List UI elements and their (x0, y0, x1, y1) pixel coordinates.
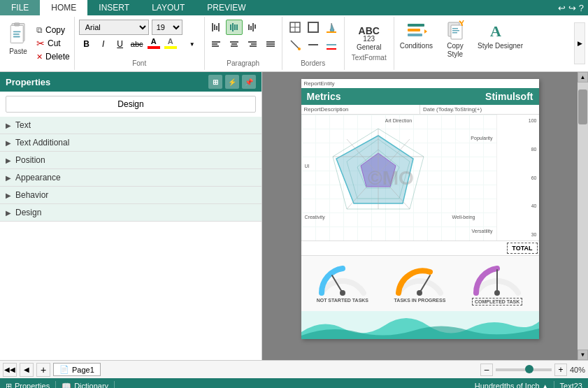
prop-section-behavior: ▶ Behavior (0, 187, 261, 204)
prop-section-appearance-header[interactable]: ▶ Appearance (0, 169, 261, 186)
tab-insert[interactable]: INSERT (87, 0, 141, 15)
vertical-scrollbar[interactable]: ▲ ▼ (578, 72, 588, 360)
properties-icon-grid[interactable]: ⊞ (208, 75, 222, 89)
font-row-1: Arial 19 (79, 20, 200, 35)
fill-color-button[interactable] (323, 20, 340, 35)
cut-button[interactable]: ✂ Cut (35, 37, 71, 50)
properties-tab-button[interactable]: ⊞ Properties (0, 382, 55, 389)
svg-rect-28 (266, 41, 275, 43)
zoom-thumb[interactable] (525, 365, 533, 373)
line-style-button[interactable] (305, 37, 322, 52)
svg-rect-4 (13, 31, 21, 32)
gauge-1-svg (315, 261, 371, 296)
prop-section-behavior-header[interactable]: ▶ Behavior (0, 187, 261, 203)
help-button[interactable]: ? (579, 3, 584, 13)
units-selector[interactable]: Hundredths of Inch ▲ (469, 382, 554, 388)
align-center-button[interactable] (226, 36, 243, 52)
total-row: TOTAL (301, 240, 539, 255)
page-tab-label: Page1 (72, 366, 94, 374)
undo-button[interactable]: ↩ (558, 3, 566, 13)
gauge-2-svg (392, 261, 447, 296)
line-color-button[interactable] (323, 37, 340, 52)
bold-button[interactable]: B (79, 36, 94, 52)
align-bar-1-button[interactable] (208, 20, 224, 35)
svg-rect-47 (452, 30, 459, 31)
svg-rect-5 (13, 34, 20, 35)
scroll-up-button[interactable]: ▲ (578, 72, 588, 82)
prop-section-design-header[interactable]: ▶ Design (0, 204, 261, 221)
scroll-down-button[interactable]: ▼ (578, 350, 588, 360)
properties-pin-icon[interactable]: 📌 (242, 75, 256, 89)
border-all-button[interactable] (287, 20, 303, 35)
font-color-button[interactable]: A (146, 36, 162, 52)
justify-button[interactable] (262, 36, 279, 52)
copy-button[interactable]: ⧉ Copy (35, 24, 71, 36)
ribbon-scroll-right-button[interactable]: ▶ (574, 22, 585, 64)
style-designer-button[interactable]: A Style Designer (472, 17, 529, 70)
bottom-left: ◀◀ ◀ + 📄 Page1 (3, 363, 101, 377)
total-row-content: TOTAL (301, 241, 539, 255)
tab-preview[interactable]: PREVIEW (196, 0, 257, 15)
underline-button[interactable]: U (113, 36, 128, 52)
status-bar: ⊞ Properties 📖 Dictionary Hundredths of … (0, 378, 588, 388)
prop-section-text-header[interactable]: ▶ Text (0, 117, 261, 134)
page-tab[interactable]: 📄 Page1 (53, 363, 101, 376)
redo-button[interactable]: ↪ (568, 3, 576, 13)
chevron-down-font-icon[interactable]: ▼ (185, 36, 200, 52)
design-button[interactable]: Design (6, 96, 256, 113)
zoom-out-button[interactable]: – (480, 364, 493, 376)
first-page-button[interactable]: ◀◀ (3, 363, 17, 377)
paste-section: Paste (6, 20, 31, 67)
scroll-thumb[interactable] (578, 89, 587, 124)
font-family-select[interactable]: Arial (79, 20, 149, 35)
highlight-icon: A (168, 36, 173, 46)
prev-page-button[interactable]: ◀ (20, 363, 34, 377)
align-right-button[interactable] (244, 36, 261, 52)
highlight-color-button[interactable]: A (163, 36, 178, 52)
report-main-content: Art Direction Popularity Creativity UI V… (301, 115, 539, 240)
zoom-slider[interactable] (496, 368, 552, 371)
properties-icon-bolt[interactable]: ⚡ (225, 75, 239, 89)
ribbon-content: Paste ⧉ Copy ✂ Cut ✕ Delete (0, 15, 588, 71)
radar-label-wellbeing: Well-being (452, 215, 475, 220)
dictionary-tab-button[interactable]: 📖 Dictionary (56, 382, 114, 389)
status-divider-2 (114, 381, 115, 388)
svg-rect-13 (234, 24, 236, 30)
conditions-button[interactable]: Conditions (394, 17, 438, 70)
gauge-3-label: COMPLETED TASK (472, 298, 522, 306)
component-name: Text23 (554, 382, 588, 388)
italic-button[interactable]: I (96, 36, 111, 52)
align-bar-3-button[interactable] (244, 20, 261, 35)
prop-section-position-header[interactable]: ▶ Position (0, 152, 261, 168)
align-bar-2-button[interactable] (226, 20, 243, 35)
add-page-button[interactable]: + (36, 363, 50, 377)
strikethrough-button[interactable]: abc (129, 36, 145, 52)
tab-home[interactable]: HOME (40, 0, 87, 15)
copy-style-button[interactable]: CopyStyle (438, 17, 472, 70)
align-left-button[interactable] (208, 36, 224, 52)
svg-rect-21 (212, 45, 219, 47)
prop-section-text-additional: ▶ Text Additional (0, 134, 261, 152)
ribbon-tabs: FILE HOME INSERT LAYOUT PREVIEW ↩ ↪ ? (0, 0, 588, 15)
prop-section-text-additional-header[interactable]: ▶ Text Additional (0, 134, 261, 151)
delete-button[interactable]: ✕ Delete (35, 51, 71, 62)
wave-svg (301, 311, 539, 339)
scale-40: 40 (499, 203, 538, 209)
tab-layout[interactable]: LAYOUT (141, 0, 196, 15)
units-label: Hundredths of Inch (475, 382, 540, 388)
text-additional-label: Text Additional (15, 138, 69, 148)
draw-border-button[interactable] (287, 37, 303, 52)
zoom-in-button[interactable]: + (554, 364, 567, 376)
clipboard-group: Paste ⧉ Copy ✂ Cut ✕ Delete (3, 17, 75, 70)
canvas-area[interactable]: ReportEntity Metrics Stimulsoft ReportDe… (262, 72, 588, 360)
report-title-left: Metrics (307, 91, 341, 102)
tab-file[interactable]: FILE (0, 0, 40, 15)
canvas-scroll[interactable]: ReportEntity Metrics Stimulsoft ReportDe… (262, 72, 578, 360)
font-size-select[interactable]: 19 (152, 20, 182, 35)
border-outer-button[interactable] (305, 20, 322, 35)
paste-button[interactable] (6, 20, 31, 48)
gauge-2-label: TASKS IN PROGRESS (394, 298, 446, 303)
copy-icon: ⧉ (36, 25, 43, 35)
svg-rect-7 (212, 23, 213, 31)
style-designer-icon: A (489, 20, 511, 42)
